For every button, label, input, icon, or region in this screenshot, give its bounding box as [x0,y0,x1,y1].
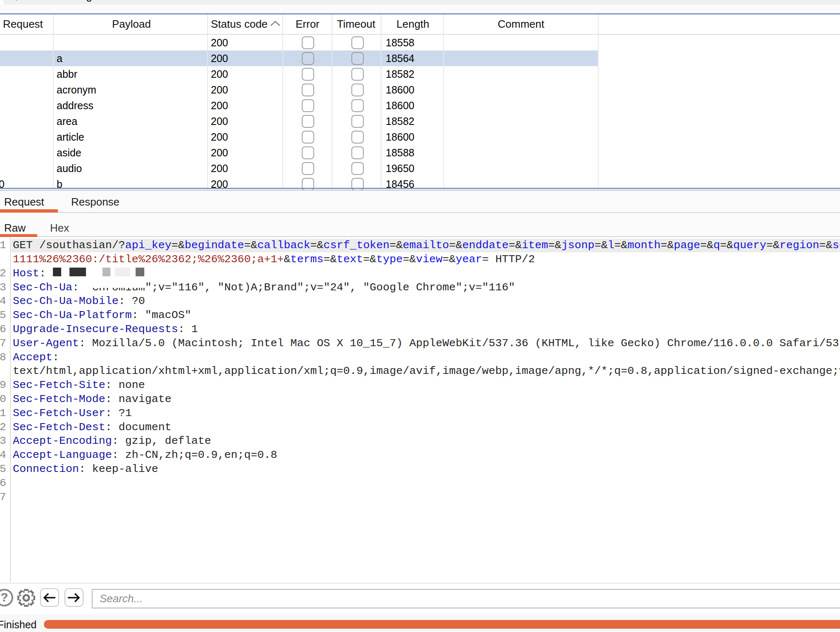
svg-text:?: ? [0,590,8,604]
